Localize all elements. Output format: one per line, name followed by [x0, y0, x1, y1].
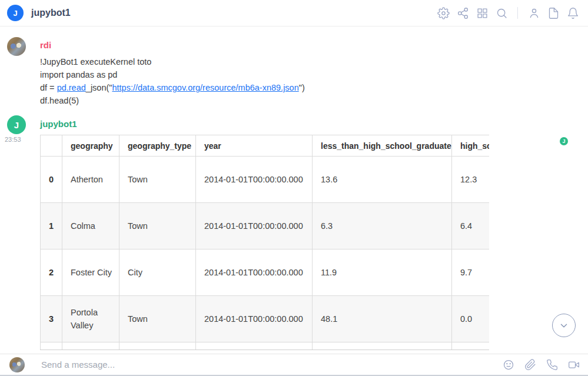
table-cell: Town [119, 157, 196, 203]
table-cell [452, 342, 490, 351]
table-header-cell [41, 135, 62, 157]
channel-title: jupybot1 [31, 8, 71, 18]
table-cell [313, 342, 452, 351]
table-header-cell: geography_type [119, 135, 196, 157]
rdi-message-lines: !JupyBot1 executeKernel totoimport panda… [40, 55, 305, 107]
table-cell: 2014-01-01T00:00:00.000 [196, 296, 313, 342]
table-cell: 2 [41, 249, 62, 296]
table-header-row: geographygeography_typeyearless_than_hig… [41, 135, 490, 157]
toolbar-divider [517, 7, 518, 19]
table-cell: 6.3 [313, 203, 452, 249]
table-cell: Foster City [62, 249, 119, 296]
table-header-cell: high_sc [452, 135, 490, 157]
table-cell: 1 [41, 203, 62, 249]
table-cell: 2014-01-01T00:00:00.000 [196, 249, 313, 296]
message-text: !JupyBot1 executeKernel toto [40, 57, 151, 66]
table-cell: Atherton [62, 157, 119, 203]
members-icon[interactable] [527, 6, 541, 20]
attachment-paperclip-icon[interactable] [523, 358, 537, 372]
table-cell: 0 [41, 157, 62, 203]
table-cell: 48.1 [313, 296, 452, 342]
search-icon[interactable] [494, 6, 509, 20]
dataframe-table: geographygeography_typeyearless_than_hig… [40, 135, 489, 350]
table-header-cell: geography [62, 135, 119, 157]
table-cell [119, 342, 196, 351]
message-link[interactable]: pd.read [57, 83, 86, 92]
channel-avatar-letter: J [13, 9, 17, 18]
table-cell: 0.0 [452, 296, 490, 342]
message-link[interactable]: https://data.smcgov.org/resource/mb6a-xn… [112, 83, 298, 92]
message-text: df = [40, 83, 57, 92]
table-row: 3Portola ValleyTown2014-01-01T00:00:00.0… [41, 296, 490, 342]
message-text: _json(" [86, 83, 112, 92]
files-icon[interactable] [546, 6, 560, 20]
table-row: 0AthertonTown2014-01-01T00:00:00.00013.6… [41, 157, 490, 203]
video-call-icon[interactable] [567, 358, 581, 372]
message-username[interactable]: rdi [40, 40, 51, 50]
presence-badge: J [560, 137, 568, 145]
jump-to-bottom-button[interactable] [552, 314, 576, 337]
dataframe-table-container: geographygeography_typeyearless_than_hig… [40, 135, 489, 350]
bot-avatar[interactable]: J [7, 115, 26, 134]
table-cell [62, 342, 119, 351]
table-cell: Town [119, 203, 196, 249]
chevron-down-icon [557, 319, 570, 332]
table-cell: City [119, 249, 196, 296]
table-cell: 9.7 [452, 249, 490, 296]
table-body: 0AthertonTown2014-01-01T00:00:00.00013.6… [41, 157, 490, 351]
table-row: 1ColmaTown2014-01-01T00:00:00.0006.36.4 [41, 203, 490, 249]
emoji-icon[interactable] [501, 358, 516, 372]
apps-grid-icon[interactable] [475, 6, 489, 20]
message-timestamp: 23:53 [5, 136, 21, 143]
chat-app: J jupybot1 [0, 0, 588, 376]
table-cell: Portola Valley [62, 296, 119, 342]
table-head: geographygeography_typeyearless_than_hig… [41, 135, 490, 157]
composer-toolbar [501, 358, 588, 372]
call-phone-icon[interactable] [545, 358, 559, 372]
channel-avatar: J [7, 5, 24, 21]
table-header-cell: year [196, 135, 313, 157]
table-cell: 2014-01-01T00:00:00.000 [196, 203, 313, 249]
table-cell: Colma [62, 203, 119, 249]
settings-icon[interactable] [436, 6, 450, 20]
presence-badge-letter: J [562, 138, 565, 144]
notifications-bell-icon[interactable] [566, 6, 580, 20]
table-header-cell: less_than_high_school_graduate [313, 135, 452, 157]
header-toolbar [436, 6, 588, 20]
message-line: df = pd.read_json("https://data.smcgov.o… [40, 81, 305, 94]
bot-username[interactable]: jupybot1 [40, 119, 77, 129]
table-row: 2Foster CityCity2014-01-01T00:00:00.0001… [41, 249, 490, 296]
table-cell: 13.6 [313, 157, 452, 203]
table-cell: 11.9 [313, 249, 452, 296]
self-avatar[interactable] [9, 357, 25, 372]
message-text: import pandas as pd [40, 70, 117, 79]
bot-avatar-letter: J [14, 120, 19, 130]
channel-header: J jupybot1 [0, 0, 588, 26]
table-cell: 6.4 [452, 203, 490, 249]
message-line: !JupyBot1 executeKernel toto [40, 55, 305, 68]
table-cell: Town [119, 296, 196, 342]
message-text: ") [299, 83, 305, 92]
table-row-partial [41, 342, 490, 351]
table-cell: 3 [41, 296, 62, 342]
message-input[interactable] [41, 360, 371, 370]
table-cell [196, 342, 313, 351]
table-cell [41, 342, 62, 351]
message-line: import pandas as pd [40, 68, 305, 81]
table-cell: 2014-01-01T00:00:00.000 [196, 157, 313, 203]
table-cell: 12.3 [452, 157, 490, 203]
share-icon[interactable] [456, 6, 470, 20]
user-avatar[interactable] [7, 37, 26, 56]
message-line: df.head(5) [40, 94, 305, 107]
message-composer [0, 354, 588, 376]
message-text: df.head(5) [40, 96, 79, 105]
